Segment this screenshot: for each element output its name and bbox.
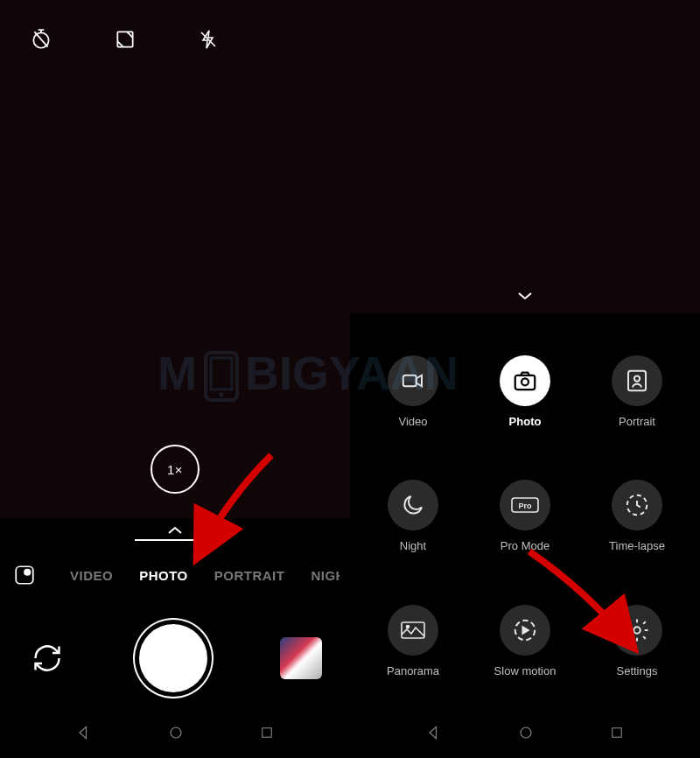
svg-point-3 <box>24 570 31 576</box>
portrait-icon <box>612 355 662 406</box>
svg-rect-1 <box>117 32 132 46</box>
timer-off-icon[interactable] <box>30 28 52 54</box>
mode-tile-label: Night <box>400 539 426 552</box>
mode-drawer-handle[interactable] <box>0 518 350 544</box>
gear-icon <box>612 605 662 656</box>
chevron-up-icon <box>166 523 184 539</box>
gallery-thumbnail[interactable] <box>280 637 322 679</box>
svg-text:Pro: Pro <box>518 502 532 510</box>
mode-tile-pro-mode[interactable]: ProPro Mode <box>469 454 581 579</box>
modes-grid: VideoPhotoPortraitNightProPro ModeTime-l… <box>350 313 700 711</box>
pro-icon: Pro <box>500 480 550 530</box>
mode-tile-label: Time-lapse <box>609 539 665 552</box>
svg-rect-6 <box>403 375 416 387</box>
mode-tile-label: Video <box>398 415 427 428</box>
svg-rect-5 <box>262 728 272 738</box>
nav-home-icon[interactable] <box>518 725 534 744</box>
mode-tile-label: Panorama <box>387 664 439 677</box>
mode-portrait[interactable]: PORTRAIT <box>214 568 285 583</box>
mode-tile-label: Photo <box>509 415 542 428</box>
camera-viewfinder-screen: 1× VIDEO PHOTO PORTRAIT NIGHT <box>0 0 350 758</box>
chevron-down-icon[interactable] <box>516 289 534 305</box>
mode-selector[interactable]: VIDEO PHOTO PORTRAIT NIGHT <box>60 568 340 583</box>
camera-icon <box>500 355 550 406</box>
svg-rect-2 <box>16 566 33 584</box>
mode-tile-photo[interactable]: Photo <box>469 329 581 454</box>
camera-modes-screen: VideoPhotoPortraitNightProPro ModeTime-l… <box>350 0 700 758</box>
mode-tile-label: Portrait <box>619 415 655 428</box>
android-nav-bar <box>350 711 700 758</box>
android-nav-bar <box>0 711 350 758</box>
aspect-ratio-icon[interactable] <box>114 28 136 54</box>
videocam-icon <box>388 355 438 406</box>
nav-recents-icon[interactable] <box>259 725 275 744</box>
svg-point-18 <box>521 727 531 738</box>
svg-point-10 <box>634 375 640 381</box>
svg-rect-19 <box>612 728 622 738</box>
svg-point-15 <box>407 626 410 628</box>
svg-point-17 <box>634 627 640 634</box>
nav-recents-icon[interactable] <box>609 725 625 744</box>
flash-off-icon[interactable] <box>198 28 219 54</box>
collapsed-viewfinder-area <box>350 0 700 313</box>
mode-tile-night[interactable]: Night <box>357 454 469 579</box>
mode-tile-slow-motion[interactable]: Slow motion <box>469 579 581 704</box>
mode-photo[interactable]: PHOTO <box>139 568 188 583</box>
moon-icon <box>388 480 438 530</box>
mode-tile-label: Pro Mode <box>500 539 550 552</box>
svg-point-8 <box>522 378 528 385</box>
filters-button[interactable] <box>10 561 38 589</box>
nav-back-icon[interactable] <box>75 724 93 745</box>
mode-tile-panorama[interactable]: Panorama <box>357 579 469 704</box>
mode-tile-settings[interactable]: Settings <box>581 579 693 704</box>
panorama-icon <box>388 605 438 656</box>
mode-tile-time-lapse[interactable]: Time-lapse <box>581 454 693 579</box>
viewfinder-area: 1× <box>0 0 350 518</box>
slowmo-icon <box>500 605 550 656</box>
switch-camera-button[interactable] <box>28 639 66 677</box>
mode-tile-label: Slow motion <box>494 664 556 677</box>
svg-point-4 <box>171 727 181 738</box>
shutter-button[interactable] <box>139 624 207 692</box>
active-mode-indicator <box>135 539 215 541</box>
mode-tile-portrait[interactable]: Portrait <box>581 329 693 454</box>
timelapse-icon <box>612 480 662 530</box>
mode-tile-video[interactable]: Video <box>357 329 469 454</box>
zoom-button[interactable]: 1× <box>150 445 200 494</box>
mode-tile-label: Settings <box>617 664 658 677</box>
mode-night[interactable]: NIGHT <box>311 568 340 583</box>
nav-home-icon[interactable] <box>168 725 184 744</box>
nav-back-icon[interactable] <box>425 724 443 745</box>
mode-video[interactable]: VIDEO <box>70 568 113 583</box>
zoom-label: 1× <box>167 462 183 477</box>
